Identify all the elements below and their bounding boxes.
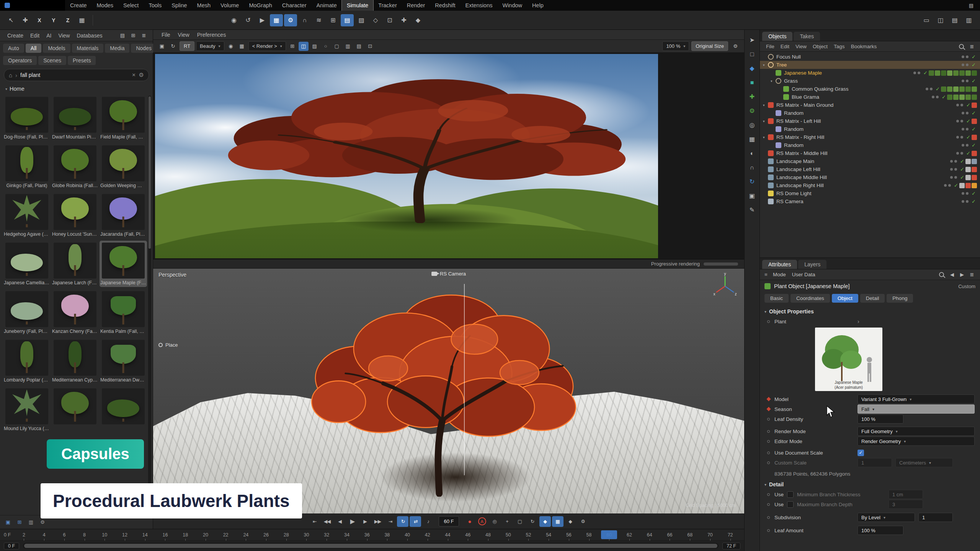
param-marker[interactable] bbox=[766, 492, 771, 497]
enabled-check-icon[interactable] bbox=[965, 118, 972, 124]
material-chip[interactable] bbox=[953, 70, 959, 76]
param-marker[interactable] bbox=[766, 417, 771, 422]
timeline-tick[interactable]: 20 bbox=[196, 532, 216, 538]
timeline-tick[interactable]: 4 bbox=[34, 532, 54, 538]
timeline-tick[interactable]: 62 bbox=[619, 532, 640, 538]
record-position-icon[interactable]: + bbox=[501, 516, 513, 527]
object-row[interactable]: RS Matrix - Left Hill bbox=[760, 117, 980, 125]
menu-item[interactable]: Window bbox=[497, 0, 527, 11]
param-marker[interactable] bbox=[766, 450, 771, 455]
timeline-tick[interactable]: 66 bbox=[660, 532, 680, 538]
timeline-tick[interactable]: 58 bbox=[579, 532, 599, 538]
expand-arrow-icon[interactable] bbox=[763, 103, 768, 107]
param-marker[interactable] bbox=[766, 528, 771, 533]
subdivision-level-field[interactable]: 1 bbox=[918, 513, 953, 522]
plant-preview[interactable]: Japanese Maple (Acer palmatum) bbox=[815, 328, 882, 391]
asset-item[interactable]: Japanese Maple (Fall, ... bbox=[100, 241, 147, 287]
custom-scale-field[interactable]: 1 bbox=[858, 458, 892, 467]
object-row[interactable]: Random bbox=[760, 125, 980, 133]
play-button-icon[interactable]: ▶ bbox=[346, 516, 358, 527]
attractor-icon[interactable]: ∩ bbox=[298, 14, 311, 26]
material-chip[interactable] bbox=[972, 183, 977, 188]
filter-tab[interactable]: Auto bbox=[3, 44, 24, 53]
layout-render-icon[interactable]: ▭ bbox=[920, 14, 933, 26]
material-chip[interactable] bbox=[941, 70, 946, 76]
menu-item[interactable]: Select bbox=[118, 0, 144, 11]
asset-item[interactable]: Field Maple (Fall, Plant) bbox=[100, 95, 147, 141]
asset-item[interactable]: Globe Robinia (Fall, Pl... bbox=[51, 143, 99, 190]
menu-item[interactable]: Redshift bbox=[430, 0, 460, 11]
filter-tab[interactable]: Nodes bbox=[131, 44, 156, 53]
tag-chips[interactable] bbox=[929, 70, 977, 76]
material-chip[interactable] bbox=[935, 70, 940, 76]
render-settings-gear-icon[interactable]: ⚙ bbox=[730, 42, 740, 51]
add-cube-icon[interactable]: ■ bbox=[746, 76, 759, 89]
visibility-dots[interactable] bbox=[913, 72, 920, 74]
grid-view-icon[interactable]: ⊞ bbox=[128, 31, 138, 40]
custom-menu[interactable]: Custom bbox=[958, 284, 975, 289]
asset-item[interactable]: Mound Lily Yucca (Fall... bbox=[3, 386, 51, 433]
tag-chips[interactable] bbox=[972, 119, 977, 124]
visibility-dots[interactable] bbox=[962, 192, 969, 195]
render-select-dropdown[interactable]: < Render > bbox=[248, 41, 286, 51]
workplane-icon[interactable]: ▦ bbox=[75, 14, 88, 26]
rectangle-select-icon[interactable]: □ bbox=[746, 48, 759, 60]
object-row[interactable]: Landscape Middle Hill bbox=[760, 173, 980, 181]
material-chip[interactable] bbox=[965, 95, 971, 100]
material-chip[interactable] bbox=[972, 119, 977, 124]
tag-chips[interactable] bbox=[972, 103, 977, 108]
object-row[interactable]: Focus Null bbox=[760, 53, 980, 61]
ping-pong-icon[interactable]: ⇄ bbox=[410, 516, 421, 527]
enabled-check-icon[interactable] bbox=[953, 183, 959, 188]
material-chip[interactable] bbox=[972, 135, 977, 140]
enabled-check-icon[interactable] bbox=[970, 199, 977, 204]
filter-tab[interactable]: All bbox=[26, 44, 42, 53]
browser-menu-icon[interactable]: ≣ bbox=[139, 31, 149, 40]
material-chip[interactable] bbox=[965, 167, 971, 172]
list-view-icon[interactable]: ▤ bbox=[118, 31, 127, 40]
select-tool-icon[interactable]: ↖ bbox=[5, 14, 18, 26]
user-data-menu[interactable]: User Data bbox=[790, 272, 818, 277]
browser-settings-icon[interactable]: ⚙ bbox=[38, 518, 47, 527]
render-pass-dropdown[interactable]: Beauty bbox=[196, 41, 224, 51]
database-icon[interactable]: ▣ bbox=[3, 518, 13, 527]
target-icon[interactable]: ◎ bbox=[746, 119, 759, 131]
timeline-tick[interactable]: 12 bbox=[115, 532, 135, 538]
material-chip[interactable] bbox=[953, 86, 959, 92]
z-axis-lock-icon[interactable]: Z bbox=[61, 14, 74, 26]
expand-arrow-icon[interactable] bbox=[771, 79, 776, 83]
filter-tab[interactable]: Materials bbox=[72, 44, 104, 53]
visibility-dots[interactable] bbox=[950, 176, 957, 179]
autokey-icon[interactable]: A bbox=[478, 517, 486, 525]
timeline-tick[interactable]: 32 bbox=[317, 532, 337, 538]
record-parameter-icon[interactable]: ◆ bbox=[539, 516, 551, 527]
move-tool-icon[interactable]: ✚ bbox=[19, 14, 32, 26]
min-branch-field[interactable]: 1 cm bbox=[889, 490, 923, 499]
simulation-gear-icon[interactable]: ⚙ bbox=[746, 104, 759, 117]
content-browser-icon[interactable]: ▥ bbox=[26, 518, 36, 527]
timeline-tick[interactable]: 18 bbox=[175, 532, 196, 538]
asset-item[interactable]: Hedgehog Agave (Fall... bbox=[3, 192, 51, 238]
view-mode-icon[interactable]: ◉ bbox=[226, 42, 236, 51]
timeline-tick[interactable]: 36 bbox=[357, 532, 377, 538]
timeline-tick[interactable]: 64 bbox=[639, 532, 660, 538]
max-branch-checkbox[interactable] bbox=[787, 501, 794, 508]
grid-array-icon[interactable]: ⊞ bbox=[327, 14, 340, 26]
object-row[interactable]: Random bbox=[760, 141, 980, 149]
original-size-button[interactable]: Original Size bbox=[691, 41, 728, 51]
material-chip[interactable] bbox=[972, 167, 977, 172]
menu-item[interactable]: Tracker bbox=[373, 0, 402, 11]
menu-item[interactable]: Object bbox=[810, 44, 831, 49]
tag-chips[interactable] bbox=[947, 95, 977, 100]
timeline-tick[interactable]: 40 bbox=[397, 532, 418, 538]
record-rotation-icon[interactable]: ↻ bbox=[527, 516, 538, 527]
manager-tab[interactable]: Takes bbox=[794, 32, 820, 41]
section-detail[interactable]: Detail bbox=[760, 478, 980, 489]
enabled-check-icon[interactable] bbox=[970, 78, 977, 84]
symmetry-icon[interactable]: ◐ bbox=[746, 147, 759, 160]
object-row[interactable]: Blue Grama bbox=[760, 93, 980, 101]
asset-item[interactable] bbox=[51, 386, 99, 433]
zoom-dropdown[interactable]: 100 % bbox=[662, 41, 689, 51]
keyframe-icon[interactable]: ◆ bbox=[565, 516, 576, 527]
history-forward-icon[interactable]: ▶ bbox=[957, 270, 967, 279]
